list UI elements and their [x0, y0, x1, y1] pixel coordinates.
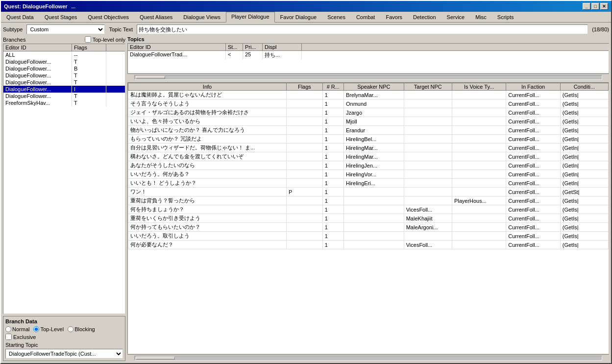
branch-cell-id-1: DialogueFollower... [3, 58, 72, 65]
title-bar-text: Quest: DialogueFollower ... [4, 3, 75, 9]
radio-normal[interactable] [5, 326, 11, 332]
maximize-button[interactable]: □ [591, 3, 599, 10]
branch-cell-id-3: DialogueFollower... [3, 72, 72, 79]
topic-row-0[interactable]: DialogueFollowerTrad... < 25 持ち... [128, 51, 609, 59]
radio-group: Normal Top-Level Blocking [5, 326, 123, 332]
info-row-17[interactable]: 何が必要なんだ？1VicesFoll...CurrentFoll...(GetI… [128, 241, 609, 249]
tab-scenes[interactable]: Scenes [322, 12, 351, 22]
minimize-button[interactable]: _ [583, 3, 590, 10]
radio-blocking[interactable] [68, 326, 73, 332]
info-cell-faction-13: CurrentFoll... [506, 205, 560, 214]
branch-cell-flags-2: B [72, 65, 106, 72]
info-hscroll[interactable] [127, 354, 609, 361]
tab-dialogue-views[interactable]: Dialogue Views [178, 12, 226, 22]
branch-row-5[interactable]: DialogueFollower... I [3, 86, 125, 93]
info-row-3[interactable]: いいよ、色々持っているから1MjollCurrentFoll...(GetIs| [128, 117, 609, 126]
branch-row-2[interactable]: DialogueFollower... B [3, 65, 125, 72]
topics-hthumb [136, 76, 165, 79]
info-row-16[interactable]: いいだろう。取引しよう1CurrentFoll...(GetIs| [128, 232, 609, 241]
topics-hscroll[interactable] [127, 73, 609, 80]
info-cell-faction-1: CurrentFoll... [506, 99, 560, 108]
branch-cell-flags-7: T [72, 99, 106, 106]
info-cell-target-0 [404, 91, 452, 99]
info-cell-target-14: MaleKhajiit [404, 214, 452, 223]
info-row-7[interactable]: 構わないさ。どんでも金を渡してくれていいぞ1HirelingMar...Curr… [128, 152, 609, 161]
info-row-2[interactable]: ジェイ・ザルゴにあるのは荷物を持つ余裕だけさ1JzargoCurrentFoll… [128, 108, 609, 117]
info-cell-voice-8 [452, 161, 506, 170]
topic-cell-disp-0: 持ち... [263, 51, 302, 59]
info-col-flags: Flags [287, 83, 323, 91]
title-bar: Quest: DialogueFollower ... _ □ ✕ [1, 1, 611, 12]
info-cell-target-1 [404, 99, 452, 108]
info-cell-info-9: いいだろう。何がある？ [128, 170, 287, 179]
topic-text-input[interactable] [137, 24, 588, 34]
topic-col-pri: Pri... [243, 44, 263, 50]
info-cell-speaker-3: Mjoll [343, 117, 404, 126]
info-cell-cond-10: (GetIn| [560, 179, 608, 188]
info-cell-r-4: 1 [322, 126, 343, 135]
info-row-0[interactable]: 私は魔術師よ。質屋じゃないんだけど1BrelynaMar...CurrentFo… [128, 91, 609, 99]
tab-favor-dialogue[interactable]: Favor Dialogue [275, 12, 322, 22]
info-row-14[interactable]: 重荷をいくらか引き受けよう1MaleKhajiitCurrentFoll...(… [128, 214, 609, 223]
radio-normal-label[interactable]: Normal [5, 326, 29, 332]
branch-row-1[interactable]: DialogueFollower... T [3, 58, 125, 65]
info-cell-faction-10: CurrentFoll... [506, 179, 560, 188]
tab-scripts[interactable]: Scripts [492, 12, 519, 22]
tab-service[interactable]: Service [441, 12, 470, 22]
info-row-11[interactable]: ワン！P1CurrentFoll...(GetSt| [128, 188, 609, 196]
branch-row-6[interactable]: DialogueFollower... T [3, 93, 125, 99]
branch-row-7[interactable]: FreeformSkyHav... T [3, 99, 125, 106]
info-table-container[interactable]: Info Flags # R... Speaker NPC Target NPC… [127, 82, 609, 354]
info-cell-r-12: 1 [322, 196, 343, 205]
radio-top-level-label[interactable]: Top-Level [33, 326, 64, 332]
tab-quest-aliases[interactable]: Quest Aliases [134, 12, 178, 22]
main-window: Quest: DialogueFollower ... _ □ ✕ Quest … [0, 0, 612, 364]
info-row-8[interactable]: あなたがそうしたいのなら1HirelingJen...CurrentFoll..… [128, 161, 609, 170]
info-row-9[interactable]: いいだろう。何がある？1HirelingVor...CurrentFoll...… [128, 170, 609, 179]
info-row-5[interactable]: もらっていいのか？ 冗談だよ1HirelingBel...CurrentFoll… [128, 135, 609, 144]
info-cell-speaker-5: HirelingBel... [343, 135, 404, 144]
tab-combat[interactable]: Combat [351, 12, 381, 22]
info-row-4[interactable]: 物がいっぱいになったのか？ 喜んで力になろう1ErandurCurrentFol… [128, 126, 609, 135]
top-level-only-label[interactable]: Top-level only [85, 36, 125, 43]
branches-header: Branches Top-level only [3, 36, 125, 43]
starting-topic-select[interactable]: DialogueFollowerTradeTopic (Cust... [5, 349, 123, 359]
info-row-6[interactable]: 自分は見習いウィザードだ。荷物係じゃない！ ま...1HirelingMar..… [128, 144, 609, 152]
branch-row-0[interactable]: ALL -- [3, 51, 125, 58]
exclusive-label[interactable]: Exclusive [5, 334, 123, 340]
tab-quest-objectives[interactable]: Quest Objectives [82, 12, 134, 22]
tab-misc[interactable]: Misc [470, 12, 492, 22]
info-row-12[interactable]: 重荷は背負う？誓ったから1PlayerHous...CurrentFoll...… [128, 196, 609, 205]
exclusive-checkbox[interactable] [5, 334, 12, 340]
tab-detection[interactable]: Detection [408, 12, 441, 22]
topics-list[interactable]: Editor ID St... Pri... Displ DialogueFol… [127, 43, 609, 73]
tab-quest-data[interactable]: Quest Data [1, 12, 39, 22]
branch-row-4[interactable]: DialogueFollower... T [3, 79, 125, 86]
info-cell-voice-6 [452, 144, 506, 152]
radio-top-level[interactable] [33, 326, 39, 332]
subtype-select[interactable]: Custom [26, 24, 105, 34]
info-row-10[interactable]: いいとも！ どうしようか？1HirelingEri...CurrentFoll.… [128, 179, 609, 188]
topics-label: Topics [127, 36, 609, 42]
info-row-1[interactable]: そう言うならそうしよう1OnmundCurrentFoll...(GetIs| [128, 99, 609, 108]
info-col-info: Info [128, 83, 287, 91]
info-cell-cond-7: (GetIn| [560, 152, 608, 161]
info-cell-voice-1 [452, 99, 506, 108]
branches-list[interactable]: Editor ID Flags ALL -- DialogueFollower.… [3, 44, 125, 314]
tab-favors[interactable]: Favors [380, 12, 408, 22]
info-cell-cond-8: (GetIn| [560, 161, 608, 170]
info-cell-faction-14: CurrentFoll... [506, 214, 560, 223]
branch-row-3[interactable]: DialogueFollower... T [3, 72, 125, 79]
top-level-only-checkbox[interactable] [85, 36, 91, 43]
info-cell-flags-7 [287, 152, 323, 161]
tab-player-dialogue[interactable]: Player Dialogue [226, 12, 275, 23]
info-cell-r-0: 1 [322, 91, 343, 99]
info-cell-target-10 [404, 179, 452, 188]
info-row-13[interactable]: 何を持ちましょうか？1VicesFoll...CurrentFoll...(Ge… [128, 205, 609, 214]
close-button[interactable]: ✕ [600, 3, 608, 10]
info-row-15[interactable]: 何か持ってもらいたいのか？1MaleArgoni...CurrentFoll..… [128, 223, 609, 232]
radio-blocking-label[interactable]: Blocking [68, 326, 95, 332]
info-cell-cond-9: (GetIn| [560, 170, 608, 179]
topic-cell-pri-0: 25 [243, 51, 263, 59]
tab-quest-stages[interactable]: Quest Stages [39, 12, 83, 22]
